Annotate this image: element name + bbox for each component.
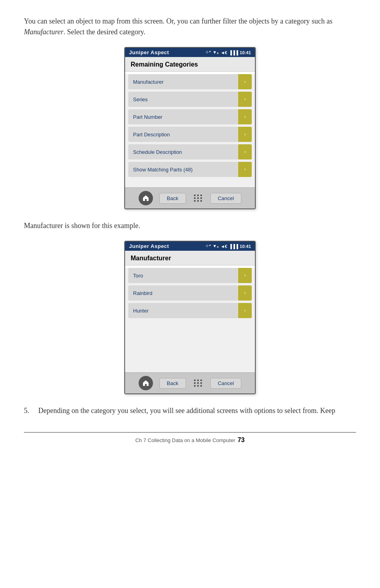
footer-chapter-text: Ch 7 Collecting Data on a Mobile Compute… [135,437,235,443]
screen1-title: Remaining Categories [125,57,255,72]
back-button-1[interactable]: Back [159,193,186,204]
list-item[interactable]: Rainbird › [128,285,252,301]
item-arrow-1[interactable]: › [238,92,252,107]
status-icons-2: ⁘⁺ ▼ₓ ◄€ ▐▐▐ 10:41 [205,244,251,249]
list-item[interactable]: Part Description › [128,127,252,142]
item-rainbird[interactable]: Rainbird [128,286,238,300]
item-arrow-2[interactable]: › [238,109,252,124]
step5: 5. Depending on the category you select,… [24,405,356,416]
battery-icon-2: ▐▐▐ [229,244,238,249]
screen1-bottom-bar: Back Cancel [125,187,255,208]
sound-icon-2: ◄€ [220,244,227,249]
list-item[interactable]: Show Matching Parts (48) › [128,162,252,177]
intro-italic: Manufacturer [24,28,63,36]
list-item[interactable]: Schedule Description › [128,144,252,159]
filter-icon-2: ▼ₓ [213,244,219,249]
screen2-bottom-bar: Back Cancel [125,372,255,393]
step-number: 5. [24,405,33,416]
list-spacer-1 [125,179,255,187]
item-toro[interactable]: Toro [128,269,238,283]
battery-icon: ▐▐▐ [229,50,238,55]
item-part-description[interactable]: Part Description [128,128,238,142]
item-show-matching[interactable]: Show Matching Parts (48) [128,163,238,177]
item-schedule-description[interactable]: Schedule Description [128,145,238,159]
screen1: Juniper Aspect ⁘⁺ ▼ₓ ◄€ ▐▐▐ 10:41 Remain… [124,47,256,209]
between-text-content: Manufacturer is shown for this example. [24,222,140,230]
app-name-2: Juniper Aspect [129,243,169,249]
screen1-container: Juniper Aspect ⁘⁺ ▼ₓ ◄€ ▐▐▐ 10:41 Remain… [24,47,356,209]
item-hunter[interactable]: Hunter [128,304,238,318]
item-part-number[interactable]: Part Number [128,110,238,124]
step5-text: Depending on the category you select, yo… [38,405,335,416]
list-item[interactable]: Series › [128,92,252,107]
between-paragraph: Manufacturer is shown for this example. [24,220,356,231]
footer-page-number: 73 [237,437,245,444]
item-arrow-3[interactable]: › [238,127,252,142]
item-arrow-0[interactable]: › [238,74,252,89]
app-name-1: Juniper Aspect [129,49,169,55]
grid-button-1[interactable] [192,193,204,203]
list-item[interactable]: Manufacturer › [128,74,252,89]
screen1-title-text: Remaining Categories [131,61,198,68]
status-bar-1: Juniper Aspect ⁘⁺ ▼ₓ ◄€ ▐▐▐ 10:41 [125,48,255,57]
intro-paragraph: You can select an object to map from thi… [24,16,356,37]
screen2: Juniper Aspect ⁘⁺ ▼ₓ ◄€ ▐▐▐ 10:41 Manufa… [124,241,256,394]
item-arrow-toro[interactable]: › [238,268,252,283]
footer: Ch 7 Collecting Data on a Mobile Compute… [24,432,356,444]
status-icons-1: ⁘⁺ ▼ₓ ◄€ ▐▐▐ 10:41 [205,50,251,55]
list-item[interactable]: Toro › [128,268,252,283]
screen2-empty-space [125,321,255,372]
signal-icon-2: ⁘⁺ [205,244,211,249]
list-item[interactable]: Hunter › [128,303,252,318]
home-button-1[interactable] [139,191,153,205]
item-arrow-rainbird[interactable]: › [238,285,252,301]
item-arrow-hunter[interactable]: › [238,303,252,318]
back-button-2[interactable]: Back [159,378,186,389]
cancel-button-1[interactable]: Cancel [210,193,241,204]
home-button-2[interactable] [139,376,153,390]
filter-icon: ▼ₓ [213,50,219,55]
item-series[interactable]: Series [128,92,238,106]
intro-text-before-italic: You can select an object to map from thi… [24,17,333,25]
grid-button-2[interactable] [192,378,204,388]
screen2-title-text: Manufacturer [131,255,171,262]
screen2-title: Manufacturer [125,251,255,265]
item-arrow-5[interactable]: › [238,162,252,177]
screen2-container: Juniper Aspect ⁘⁺ ▼ₓ ◄€ ▐▐▐ 10:41 Manufa… [24,241,356,394]
screen2-list: Toro › Rainbird › Hunter › [125,268,255,372]
screen1-list: Manufacturer › Series › Part Number › Pa… [125,74,255,187]
time-2: 10:41 [240,244,251,249]
status-bar-2: Juniper Aspect ⁘⁺ ▼ₓ ◄€ ▐▐▐ 10:41 [125,242,255,251]
item-arrow-4[interactable]: › [238,144,252,159]
signal-icon: ⁘⁺ [205,50,211,55]
sound-icon: ◄€ [220,50,227,55]
cancel-button-2[interactable]: Cancel [210,378,241,389]
time-1: 10:41 [240,50,251,55]
list-item[interactable]: Part Number › [128,109,252,124]
item-manufacturer[interactable]: Manufacturer [128,75,238,89]
intro-text-after-italic: . Select the desired category. [63,28,145,36]
